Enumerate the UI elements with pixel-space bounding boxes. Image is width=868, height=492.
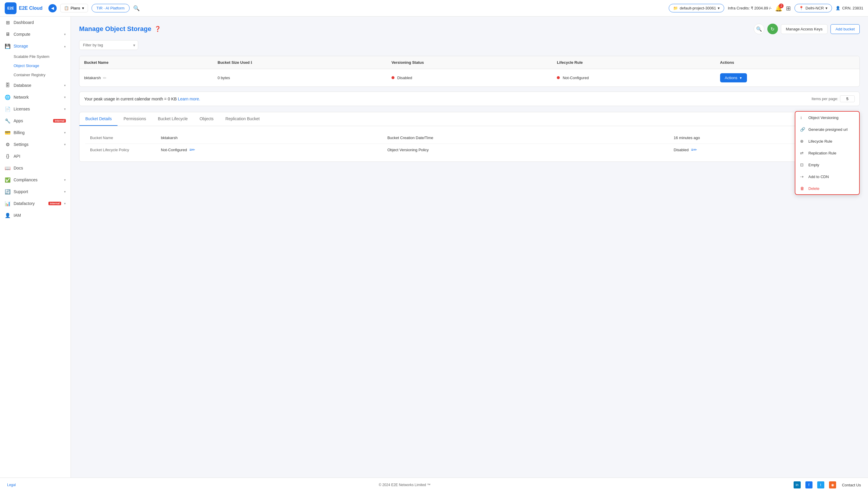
tab-content-bucket-details: Bucket Name bktakarsh Bucket Creation Da…: [79, 126, 860, 162]
dropdown-item-add-to-cdn[interactable]: ⇢ Add to CDN: [795, 171, 859, 182]
logo-text: E2E Cloud: [19, 6, 43, 11]
dropdown-item-object-versioning[interactable]: ↕ Object Versioning: [795, 112, 859, 123]
sidebar-item-network[interactable]: 🌐 Network ▾: [0, 91, 71, 103]
apps-grid-button[interactable]: ⊞: [786, 5, 791, 12]
user-icon: 👤: [836, 6, 840, 10]
usage-text: Your peak usage in current calendar mont…: [84, 97, 177, 101]
tab-permissions[interactable]: Permissions: [118, 112, 152, 126]
sidebar-item-container-registry[interactable]: Container Registry: [14, 70, 71, 79]
tabs-container: Bucket Details Permissions Bucket Lifecy…: [79, 112, 860, 162]
tab-objects[interactable]: Objects: [194, 112, 219, 126]
filter-by-tag-select[interactable]: Filter by tag: [79, 40, 138, 50]
sidebar-item-api[interactable]: {} API: [0, 150, 71, 162]
object-versioning-icon: ↕: [800, 115, 806, 120]
tab-bucket-lifecycle[interactable]: Bucket Lifecycle: [152, 112, 194, 126]
sidebar-item-billing[interactable]: 💳 Billing ▾: [0, 127, 71, 139]
col-bucket-name: Bucket Name: [79, 56, 213, 69]
col-lifecycle-rule: Lifecycle Rule: [552, 56, 715, 69]
settings-icon: ⚙: [5, 142, 10, 147]
lifecycle-rule-icon: ⊗: [800, 139, 806, 144]
bucket-name-edit-icon[interactable]: ✏: [103, 76, 107, 80]
learn-more-link[interactable]: Learn more.: [178, 97, 200, 101]
dropdown-item-delete[interactable]: 🗑 Delete: [795, 182, 859, 194]
network-arrow-icon: ▾: [64, 95, 66, 99]
refresh-button[interactable]: ↻: [767, 24, 778, 34]
sidebar-item-compute[interactable]: 🖥 Compute ▾: [0, 28, 71, 40]
footer-legal[interactable]: Legal: [7, 483, 16, 487]
tab-bucket-details[interactable]: Bucket Details: [79, 112, 118, 126]
dropdown-item-lifecycle-rule[interactable]: ⊗ Lifecycle Rule: [795, 135, 859, 147]
user-profile-button[interactable]: 👤 CRN. 23831: [836, 6, 863, 10]
items-per-page-input[interactable]: [840, 95, 855, 102]
sidebar-item-database[interactable]: 🗄 Database ▾: [0, 79, 71, 91]
versioning-policy-edit-icon[interactable]: ≡✏: [691, 147, 697, 152]
page-title-area: Manage Object Storage ❓: [79, 25, 161, 33]
twitter-icon[interactable]: t: [817, 482, 824, 489]
facebook-icon[interactable]: f: [806, 482, 813, 489]
tab-replication-bucket[interactable]: Replication Bucket: [219, 112, 265, 126]
dropdown-item-generate-presigned[interactable]: 🔗 Generate presigned url: [795, 123, 859, 135]
database-icon: 🗄: [5, 82, 10, 88]
detail-label-versioning-policy: Object Versioning Policy: [383, 144, 669, 156]
sidebar-item-compliances[interactable]: ✅ Compliances ▾: [0, 174, 71, 186]
contact-link[interactable]: Contact Us: [842, 483, 861, 487]
linkedin-icon[interactable]: in: [794, 482, 801, 489]
actions-dropdown-button[interactable]: Actions ▼: [720, 73, 747, 82]
sidebar-item-dashboard[interactable]: ⊞ Dashboard: [0, 17, 71, 28]
storage-arrow-icon: ▴: [64, 44, 66, 48]
social-links: in f t ◉: [794, 482, 836, 489]
storage-submenu: Scalable File System Object Storage Cont…: [0, 52, 71, 79]
settings-arrow-icon: ▾: [64, 143, 66, 146]
project-selector[interactable]: 📁 default-project-30061 ▾: [669, 4, 724, 13]
items-per-page-area: Items per page:: [812, 95, 855, 102]
billing-arrow-icon: ▾: [64, 131, 66, 135]
sidebar-item-support[interactable]: 🔄 Support ▾: [0, 186, 71, 198]
sidebar-item-settings[interactable]: ⚙ Settings ▾: [0, 139, 71, 150]
sidebar-item-apps[interactable]: 🔧 Apps Internal: [0, 115, 71, 127]
detail-row-name: Bucket Name bktakarsh Bucket Creation Da…: [85, 132, 853, 144]
actions-chevron-icon: ▼: [739, 76, 742, 80]
docs-icon: 📖: [5, 165, 10, 171]
project-folder-icon: 📁: [673, 6, 678, 10]
page-title: Manage Object Storage: [79, 25, 151, 33]
sidebar-item-storage[interactable]: 💾 Storage ▴: [0, 40, 71, 52]
buckets-table: Bucket Name Bucket Size Used ℹ Versionin…: [79, 56, 860, 87]
filter-area: Filter by tag ▾: [79, 40, 860, 50]
search-button[interactable]: 🔍: [133, 5, 139, 11]
detail-label-name: Bucket Name: [85, 132, 156, 144]
col-actions: Actions: [715, 56, 860, 69]
billing-icon: 💳: [5, 130, 10, 136]
sidebar-item-licenses[interactable]: 📄 Licenses ▾: [0, 103, 71, 115]
lifecycle-edit-icon[interactable]: ≡✏: [189, 147, 195, 152]
datafactory-internal-badge: Internal: [48, 202, 61, 205]
datafactory-icon: 📊: [5, 200, 10, 206]
col-versioning-status: Versioning Status: [387, 56, 552, 69]
compute-icon: 🖥: [5, 31, 10, 37]
region-selector[interactable]: 📍 Delhi-NCR ▾: [794, 4, 832, 13]
plans-button[interactable]: 📋 Plans ▾: [60, 4, 88, 13]
sidebar-item-iam[interactable]: 👤 IAM: [0, 210, 71, 221]
search-buckets-button[interactable]: 🔍: [754, 24, 764, 34]
rss-icon[interactable]: ◉: [829, 482, 836, 489]
buckets-table-container: Bucket Name Bucket Size Used ℹ Versionin…: [79, 56, 860, 87]
help-icon[interactable]: ❓: [154, 26, 161, 32]
table-row: bktakarsh ✏ 0 bytes Disabled: [79, 69, 860, 87]
sidebar-item-datafactory[interactable]: 📊 Datafactory Internal ▾: [0, 198, 71, 210]
notifications-button[interactable]: 🔔 2: [775, 5, 782, 12]
network-icon: 🌐: [5, 94, 10, 100]
sidebar-item-docs[interactable]: 📖 Docs: [0, 162, 71, 174]
sidebar-item-scalable-fs[interactable]: Scalable File System: [14, 52, 71, 61]
iam-icon: 👤: [5, 212, 10, 218]
tir-platform-button[interactable]: TIR · AI Platform: [92, 4, 130, 13]
dropdown-item-empty[interactable]: ⊡ Empty: [795, 159, 859, 171]
sidebar-item-object-storage[interactable]: Object Storage: [14, 61, 71, 70]
manage-access-keys-button[interactable]: Manage Access Keys: [781, 24, 827, 34]
logo: E2E E2E Cloud: [5, 2, 43, 14]
logo-icon: E2E: [5, 2, 17, 14]
main-content: Manage Object Storage ❓ 🔍 ↻ Manage Acces…: [71, 17, 868, 477]
detail-value-name: bktakarsh: [156, 132, 383, 144]
add-bucket-button[interactable]: Add bucket: [831, 24, 860, 34]
collapse-sidebar-button[interactable]: ◀: [48, 4, 57, 13]
dropdown-item-replication-rule[interactable]: ⇄ Replication Rule: [795, 147, 859, 159]
project-chevron-icon: ▾: [718, 6, 720, 10]
